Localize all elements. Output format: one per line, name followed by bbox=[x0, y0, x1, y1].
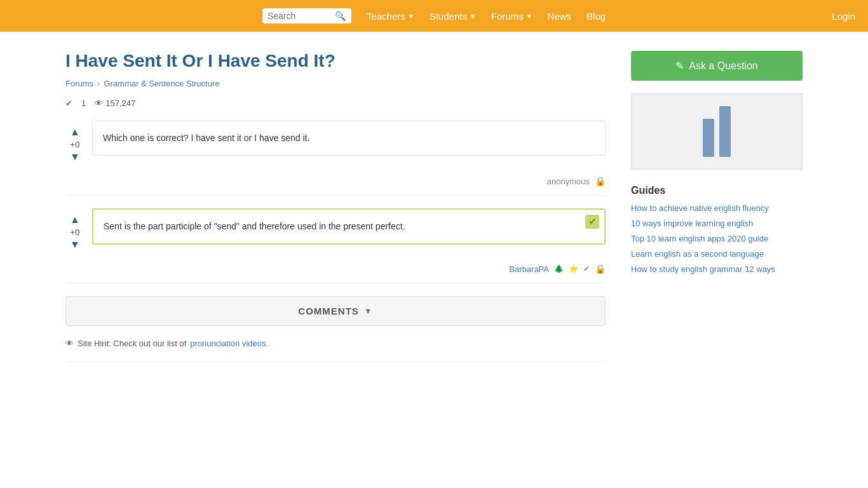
nav-teachers[interactable]: Teachers ▼ bbox=[367, 11, 414, 22]
vote-count-answer: +0 bbox=[71, 227, 80, 237]
lock-icon-answer: 🔒 bbox=[595, 264, 606, 274]
sidebar: ✎ Ask a Question Guides How to achieve n… bbox=[631, 51, 803, 374]
pencil-icon: ✎ bbox=[675, 60, 684, 72]
search-box[interactable]: 🔍 bbox=[262, 8, 351, 24]
comments-bar[interactable]: COMMENTS ▼ bbox=[65, 296, 606, 326]
answer-check-icon: ✔ bbox=[65, 98, 72, 108]
pronunciation-link[interactable]: pronunciation videos. bbox=[190, 339, 268, 348]
forums-dropdown-icon: ▼ bbox=[526, 13, 532, 20]
author-star-icon: ⭐ bbox=[569, 264, 578, 273]
list-item: How to study english grammar 12 ways bbox=[631, 264, 803, 274]
ad-bar-2 bbox=[719, 106, 731, 157]
post-question: ▲ +0 ▼ Which one is correct? I have sent… bbox=[65, 121, 606, 162]
ad-bar-1 bbox=[703, 119, 714, 157]
correct-answer-check: ✔ bbox=[585, 215, 599, 229]
post-question-body: Which one is correct? I have sent it or … bbox=[92, 121, 606, 156]
breadcrumb-separator: › bbox=[97, 79, 100, 88]
nav-students[interactable]: Students ▼ bbox=[430, 11, 476, 22]
guide-link-5[interactable]: How to study english grammar 12 ways bbox=[631, 264, 775, 274]
navbar: 🔍 Teachers ▼ Students ▼ Forums ▼ News Bl… bbox=[0, 0, 868, 32]
guide-link-4[interactable]: Learn english as a second language bbox=[631, 249, 764, 259]
eye-icon: 👁 bbox=[95, 98, 103, 108]
author-tree-icon: 🌲 bbox=[554, 264, 564, 273]
ad-placeholder bbox=[631, 93, 803, 170]
list-item: How to achieve native english fluency bbox=[631, 203, 803, 213]
downvote-question[interactable]: ▼ bbox=[70, 152, 80, 162]
list-item: 10 ways improve learning english bbox=[631, 218, 803, 228]
divider-1 bbox=[65, 195, 606, 196]
teachers-dropdown-icon: ▼ bbox=[408, 13, 414, 20]
post-answer: ▲ +0 ▼ ✔ Sent is the part participle of … bbox=[65, 208, 606, 250]
post-question-footer: anonymous 🔒 bbox=[65, 172, 606, 190]
students-dropdown-icon: ▼ bbox=[470, 13, 476, 20]
guides-section: Guides How to achieve native english flu… bbox=[631, 185, 803, 274]
comments-chevron-icon: ▼ bbox=[364, 306, 373, 316]
main-container: I Have Sent It Or I Have Send It? Forums… bbox=[53, 32, 815, 387]
login-link[interactable]: Login bbox=[832, 11, 855, 22]
upvote-question[interactable]: ▲ bbox=[70, 127, 80, 137]
view-count: 157,247 bbox=[105, 98, 135, 108]
search-input[interactable] bbox=[268, 11, 331, 21]
breadcrumb-category[interactable]: Grammar & Sentence Structure bbox=[104, 79, 219, 88]
vote-col-question: ▲ +0 ▼ bbox=[65, 121, 85, 162]
list-item: Learn english as a second language bbox=[631, 248, 803, 259]
divider-3 bbox=[65, 361, 606, 362]
guide-link-2[interactable]: 10 ways improve learning english bbox=[631, 219, 753, 228]
content-area: I Have Sent It Or I Have Send It? Forums… bbox=[65, 51, 606, 374]
post-answer-author[interactable]: BarbaraPA bbox=[509, 264, 549, 274]
vote-col-answer: ▲ +0 ▼ bbox=[65, 208, 85, 250]
views-meta: 👁 157,247 bbox=[95, 98, 135, 108]
upvote-answer[interactable]: ▲ bbox=[70, 215, 80, 225]
comments-label: COMMENTS bbox=[298, 306, 359, 316]
post-answer-body: ✔ Sent is the part participle of "send" … bbox=[92, 208, 606, 245]
nav-blog[interactable]: Blog bbox=[587, 11, 606, 22]
author-verified-icon: ✔ bbox=[583, 264, 590, 273]
eye-hint-icon: 👁 bbox=[65, 339, 74, 348]
guides-list: How to achieve native english fluency 10… bbox=[631, 203, 803, 274]
lock-icon-question: 🔒 bbox=[595, 176, 606, 186]
site-hint: 👁 Site Hint: Check out our list of pronu… bbox=[65, 339, 606, 348]
post-question-author: anonymous bbox=[547, 177, 590, 186]
guide-link-3[interactable]: Top 10 learn english apps 2020 guide bbox=[631, 234, 768, 243]
navbar-center: 🔍 Teachers ▼ Students ▼ Forums ▼ News Bl… bbox=[262, 8, 606, 24]
page-title: I Have Sent It Or I Have Send It? bbox=[65, 51, 606, 71]
list-item: Top 10 learn english apps 2020 guide bbox=[631, 233, 803, 243]
breadcrumb-forums[interactable]: Forums bbox=[65, 79, 93, 88]
ask-question-button[interactable]: ✎ Ask a Question bbox=[631, 51, 803, 81]
search-icon: 🔍 bbox=[335, 11, 346, 21]
meta-row: ✔ 1 👁 157,247 bbox=[65, 98, 606, 108]
guides-title: Guides bbox=[631, 185, 803, 196]
downvote-answer[interactable]: ▼ bbox=[70, 240, 80, 250]
nav-forums[interactable]: Forums ▼ bbox=[491, 11, 532, 22]
ad-visual bbox=[703, 106, 731, 157]
divider-2 bbox=[65, 283, 606, 283]
post-answer-footer: BarbaraPA 🌲 ⭐ ✔ 🔒 bbox=[65, 260, 606, 278]
breadcrumb: Forums › Grammar & Sentence Structure bbox=[65, 79, 606, 88]
guide-link-1[interactable]: How to achieve native english fluency bbox=[631, 203, 769, 213]
nav-news[interactable]: News bbox=[548, 11, 572, 22]
answer-count: 1 bbox=[81, 98, 86, 108]
vote-count-question: +0 bbox=[71, 140, 80, 149]
